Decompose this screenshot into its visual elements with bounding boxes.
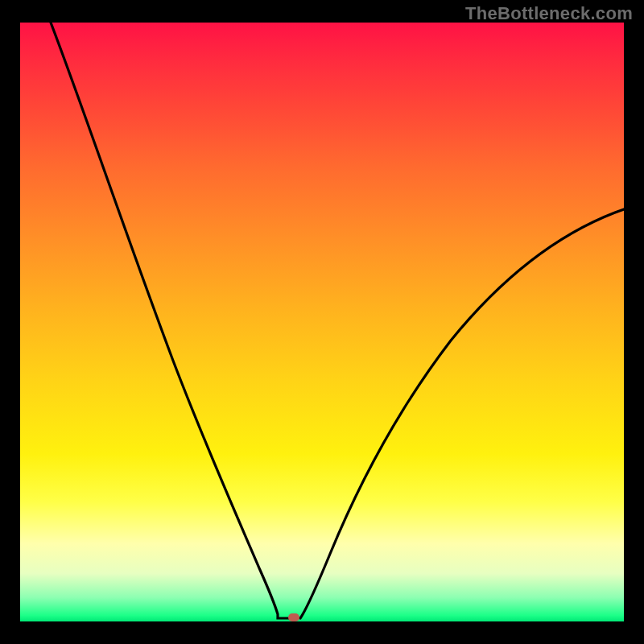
chart-frame: TheBottleneck.com [0, 0, 644, 644]
plot-background-gradient [20, 23, 624, 621]
watermark-label: TheBottleneck.com [465, 3, 633, 24]
